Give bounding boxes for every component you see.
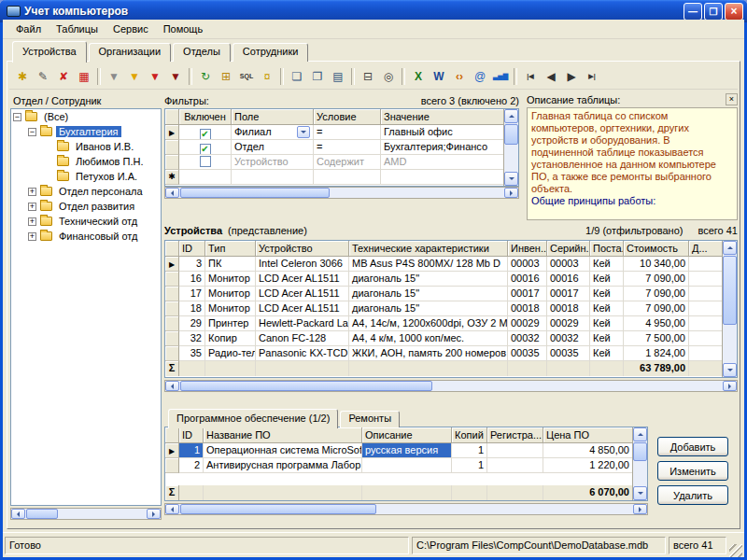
web-icon[interactable]: @	[470, 66, 490, 86]
device-type-cell[interactable]: Копир	[205, 331, 256, 346]
software-name-cell[interactable]: Операционная система MicroSoft	[204, 443, 362, 458]
tree-node-label[interactable]: Бухгалтерия	[56, 126, 121, 137]
device-serial-cell[interactable]: 00035	[547, 346, 590, 361]
close-button[interactable]: ×	[725, 3, 743, 21]
software-row-gutter[interactable]	[165, 443, 179, 458]
scroll-track[interactable]	[25, 509, 147, 519]
scroll-thumb[interactable]	[504, 124, 518, 145]
software-col-description[interactable]: Описание	[362, 427, 452, 443]
device-row[interactable]: 29 Принтер Hewlett-Packard La A4, 14с/м,…	[165, 316, 722, 331]
menu-item[interactable]: Сервис	[106, 21, 156, 36]
tab[interactable]: Отделы	[173, 43, 231, 62]
delete-record-icon[interactable]: ✘	[53, 66, 74, 86]
software-col-id[interactable]: ID	[179, 427, 204, 443]
device-id-cell[interactable]: 18	[179, 301, 205, 316]
tree-node-label[interactable]: Технический отд	[56, 216, 140, 227]
add-button[interactable]: Добавить	[657, 437, 728, 456]
tree-hscrollbar[interactable]	[10, 508, 162, 520]
device-name-cell[interactable]: Canon FC-128	[256, 331, 349, 346]
filter-edit-icon[interactable]: ▼	[104, 66, 124, 86]
filter-row-gutter[interactable]	[165, 125, 179, 140]
nav-first-icon[interactable]: |◀	[520, 66, 541, 86]
nav-prev-icon[interactable]: ◀	[541, 66, 561, 86]
checkbox-icon[interactable]	[200, 156, 211, 167]
device-name-cell[interactable]: Intel Celeron 3066	[256, 257, 349, 272]
device-row[interactable]: 32 Копир Canon FC-128 A4, 4 к/м, 1000 ко…	[165, 331, 722, 346]
checkbox-icon[interactable]	[200, 129, 211, 140]
scroll-thumb[interactable]	[633, 442, 647, 461]
scroll-thumb[interactable]	[180, 381, 432, 391]
filter-new-row[interactable]: ✱	[165, 170, 503, 185]
scroll-right-button[interactable]	[723, 381, 737, 391]
device-name-cell[interactable]: LCD Acer AL1511	[256, 301, 349, 316]
device-id-cell[interactable]: 16	[179, 272, 205, 287]
tree-node[interactable]: − Бухгалтерия	[26, 124, 161, 139]
maximize-button[interactable]: ❐	[704, 3, 723, 21]
device-serial-cell[interactable]: 00018	[547, 301, 590, 316]
tree-node-label[interactable]: Иванов И.В.	[73, 141, 136, 152]
tree-node[interactable]: + Отдел развития	[26, 199, 161, 214]
filter-field-cell[interactable]: Филиал	[232, 125, 314, 140]
filter-enabled-cell[interactable]	[179, 125, 232, 140]
scroll-thumb[interactable]	[26, 509, 58, 519]
devices-col-device[interactable]: Устройство	[256, 241, 349, 257]
filter-enabled-cell[interactable]	[179, 155, 232, 170]
sql-icon[interactable]: SQL	[236, 66, 257, 86]
html-icon[interactable]: ‹›	[449, 66, 470, 86]
scroll-down-button[interactable]	[504, 172, 518, 186]
menu-item[interactable]: Помощь	[156, 21, 211, 36]
software-description-cell[interactable]	[362, 458, 452, 473]
software-id-cell[interactable]: 2	[179, 458, 204, 473]
scroll-up-button[interactable]	[723, 241, 737, 255]
devices-col-type[interactable]: Тип	[205, 241, 256, 257]
minimize-button[interactable]: —	[684, 3, 702, 21]
device-supplier-cell[interactable]: Кей	[590, 272, 624, 287]
scroll-left-button[interactable]	[11, 509, 25, 519]
tree-node-label[interactable]: Петухов И.А.	[73, 171, 140, 182]
device-row[interactable]: 16 Монитор LCD Acer AL1511 диагональ 15"…	[165, 272, 722, 287]
tree-node[interactable]: + Отдел персонала	[26, 184, 161, 199]
device-cost-cell[interactable]: 7 500,00	[624, 331, 689, 346]
software-row[interactable]: 1 Операционная система MicroSoft русская…	[165, 443, 632, 458]
filter-field-cell[interactable]: Устройство	[232, 155, 314, 170]
device-date-cell[interactable]	[689, 287, 722, 301]
filter-condition-cell[interactable]: Содержит	[314, 155, 381, 170]
device-inventory-cell[interactable]: 00018	[508, 301, 547, 316]
filter-value-cell[interactable]: Бухгалтерия;Финансо	[381, 140, 503, 155]
filters-col-field[interactable]: Поле	[232, 109, 314, 125]
tree-expander-icon[interactable]: +	[28, 232, 36, 241]
device-type-cell[interactable]: Монитор	[205, 301, 256, 316]
filter-row[interactable]: Филиал = Главный офис	[165, 125, 503, 140]
device-row-gutter[interactable]	[165, 257, 179, 272]
filter-field-cell[interactable]: Отдел	[232, 140, 314, 155]
tree-node-label[interactable]: Финансовый отд	[56, 231, 140, 242]
tree-node[interactable]: Петухов И.А.	[43, 169, 161, 184]
software-registration-cell[interactable]	[487, 443, 543, 458]
software-col-name[interactable]: Название ПО	[204, 427, 362, 443]
scroll-down-button[interactable]	[723, 363, 737, 377]
device-inventory-cell[interactable]: 00032	[508, 331, 547, 346]
devices-col-specs[interactable]: Технические характеристики	[349, 241, 508, 257]
device-specs-cell[interactable]: диагональ 15"	[349, 272, 508, 287]
scroll-right-button[interactable]	[147, 509, 161, 519]
device-serial-cell[interactable]: 00016	[547, 272, 590, 287]
scroll-right-button[interactable]	[504, 188, 518, 198]
software-copies-cell[interactable]: 1	[452, 443, 487, 458]
keys-icon[interactable]: ¤	[257, 66, 277, 86]
tree-node[interactable]: Любимов П.Н.	[43, 154, 161, 169]
tree-node[interactable]: − (Все)	[11, 109, 161, 124]
delete-table-icon[interactable]: ▦	[74, 66, 94, 86]
tree-node[interactable]: + Технический отд	[26, 214, 161, 229]
device-name-cell[interactable]: LCD Acer AL1511	[256, 272, 349, 287]
device-date-cell[interactable]	[689, 316, 722, 331]
device-inventory-cell[interactable]: 00035	[508, 346, 547, 361]
software-price-cell[interactable]: 1 220,00	[543, 458, 632, 473]
devices-col-cost[interactable]: Стоимость	[624, 241, 689, 257]
filter-clear-icon[interactable]: ▼	[165, 66, 186, 86]
filter-value-cell[interactable]: AMD	[381, 155, 503, 170]
resize-grip[interactable]	[729, 544, 742, 557]
device-serial-cell[interactable]: 00029	[547, 316, 590, 331]
filters-hscrollbar[interactable]	[164, 187, 519, 199]
chart-icon[interactable]: ▃▅▇	[490, 66, 511, 86]
device-supplier-cell[interactable]: Кей	[590, 346, 624, 361]
